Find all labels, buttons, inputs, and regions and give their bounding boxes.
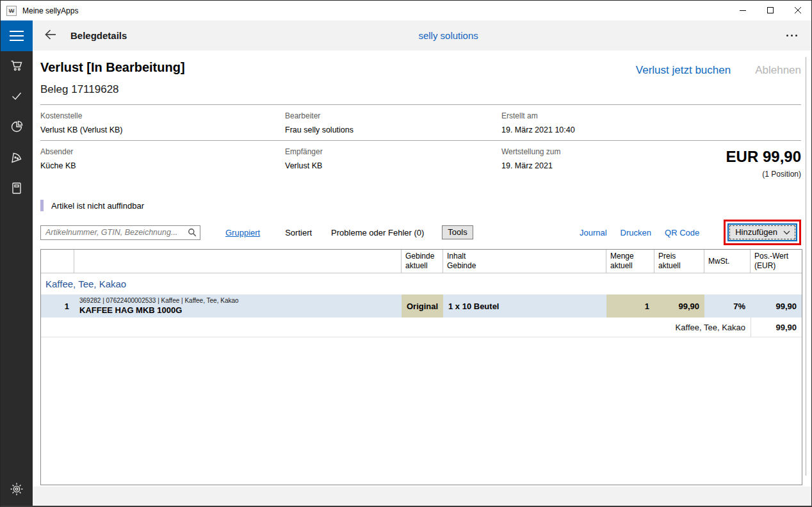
field-value: Küche KB [40,161,285,170]
field-label: Empfänger [285,147,501,156]
gebinde-cell[interactable]: Original [402,294,443,318]
inhalt-cell: 1 x 10 Beutel [443,294,606,318]
add-button-label: Hinzufügen [735,227,777,237]
field-bearbeiter: Bearbeiter Frau selly solutions [285,111,501,134]
scroll-area-edge [806,57,806,476]
back-button[interactable] [41,26,60,45]
tools-button[interactable]: Tools [442,225,473,239]
sorted-toggle[interactable]: Sortiert [285,228,312,237]
list-toolbar: Gruppiert Sortiert Probleme oder Fehler … [40,223,801,242]
print-link[interactable]: Drucken [621,228,651,237]
window-title: Meine sellyApps [22,6,78,15]
more-options-button[interactable] [783,31,801,40]
field-absender: Absender Küche KB [40,147,285,179]
field-value: Frau selly solutions [285,125,501,134]
sidebar-item-settings[interactable] [1,475,33,506]
header-menge-aktuell: Menge aktuell [606,250,654,273]
maximize-button[interactable] [756,1,784,20]
group-header-row[interactable]: Kaffee, Tee, Kakao [41,273,802,294]
document-total: EUR 99,90 (1 Position) [694,147,801,179]
field-label: Kostenstelle [40,111,285,120]
page-header: Belegdetails selly solutions [33,20,811,51]
app-icon: W [6,6,17,16]
article-info: 369282 | 07622400002533 | Kaffee | Kaffe… [79,298,239,304]
search-icon[interactable] [188,228,197,239]
table-header-row: Gebinde aktuell Inhalt Gebinde Menge akt… [41,250,802,273]
pizza-icon [9,150,24,168]
field-value: Verlust KB (Verlust KB) [40,125,285,134]
field-label: Erstellt am [501,111,694,120]
book-icon [9,181,24,198]
header-rownum [41,250,74,273]
article-cell: 369282 | 07622400002533 | Kaffee | Kaffe… [74,294,402,318]
sidebar [1,20,33,506]
window-controls [729,1,811,20]
header-inhalt-gebinde: Inhalt Gebinde [443,250,606,273]
meta-row-2: Absender Küche KB Empfänger Verlust KB W… [40,141,801,184]
menge-cell[interactable]: 1 [606,294,654,318]
field-value: 19. März 2021 [501,161,694,170]
sidebar-item-tasks[interactable] [1,82,33,113]
search-input[interactable] [40,225,200,240]
status-indicator-bar [40,200,44,211]
table-row[interactable]: 1 369282 | 07622400002533 | Kaffee | Kaf… [41,294,802,318]
field-empfaenger: Empfänger Verlust KB [285,147,501,179]
sidebar-item-statistics[interactable] [1,113,33,143]
header-article [74,250,402,273]
subtotal-value: 99,90 [751,318,802,337]
field-label: Absender [40,147,285,156]
close-button[interactable] [784,1,811,20]
group-subtotal-row: Kaffee, Tee, Kakao 99,90 [41,318,802,337]
gear-icon [9,481,24,499]
preis-cell[interactable]: 99,90 [654,294,704,318]
status-text: Artikel ist nicht auffindbar [51,201,144,211]
field-kostenstelle: Kostenstelle Verlust KB (Verlust KB) [40,111,285,134]
grouped-toggle[interactable]: Gruppiert [225,228,260,237]
journal-link[interactable]: Journal [580,228,607,237]
total-positions: (1 Position) [694,170,801,179]
header-preis-aktuell: Preis aktuell [654,250,704,273]
field-erstellt-am: Erstellt am 19. März 2021 10:40 [501,111,694,134]
check-icon [9,88,24,106]
header-gebinde-aktuell: Gebinde aktuell [402,250,443,273]
minimize-button[interactable] [729,1,756,20]
sidebar-item-catalog[interactable] [1,174,33,205]
title-bar: W Meine sellyApps [1,1,811,20]
more-icon [786,35,797,36]
article-name: KAFFEE HAG MKB 1000G [79,306,182,314]
field-value: Verlust KB [285,161,501,170]
sidebar-item-cart[interactable] [1,51,33,82]
main-content: Verlust [In Bearbeitung] Verlust jetzt b… [33,51,811,485]
chevron-down-icon [783,227,790,237]
reject-action[interactable]: Ablehnen [755,64,801,77]
header-pos-wert: Pos.-Wert (EUR) [751,250,802,273]
field-label: Wertstellung zum [501,147,694,156]
book-loss-action[interactable]: Verlust jetzt buchen [636,64,731,77]
meta-row-1: Kostenstelle Verlust KB (Verlust KB) Bea… [40,105,801,140]
annotation-highlight-box: Hinzufügen [724,220,801,245]
mwst-cell: 7% [704,294,751,318]
toolbar-right-links: Journal Drucken QR Code Hinzufügen [580,220,801,245]
qr-code-link[interactable]: QR Code [665,228,699,237]
field-wertstellung: Wertstellung zum 19. März 2021 [501,147,694,179]
app-window: W Meine sellyApps [0,0,812,507]
field-label: Bearbeiter [285,111,501,120]
row-number-cell: 1 [41,294,74,318]
sidebar-item-food[interactable] [1,143,33,174]
app-header-title: selly solutions [418,30,478,41]
close-icon [794,5,802,17]
search-box [40,225,200,240]
document-title: Verlust [In Bearbeitung] [40,60,185,75]
add-button[interactable]: Hinzufügen [727,223,797,241]
problems-link[interactable]: Probleme oder Fehler (0) [331,228,424,237]
field-value: 19. März 2021 10:40 [501,125,694,134]
positions-table: Gebinde aktuell Inhalt Gebinde Menge akt… [40,249,802,485]
pos-wert-cell: 99,90 [751,294,802,318]
hamburger-menu-button[interactable] [1,20,33,51]
footer-bar [33,487,811,506]
status-message: Artikel ist nicht auffindbar [40,200,801,211]
maximize-icon [767,5,774,17]
total-amount: EUR 99,90 [694,149,801,165]
back-arrow-icon [43,27,58,45]
document-number: Beleg 17119628 [40,83,801,96]
